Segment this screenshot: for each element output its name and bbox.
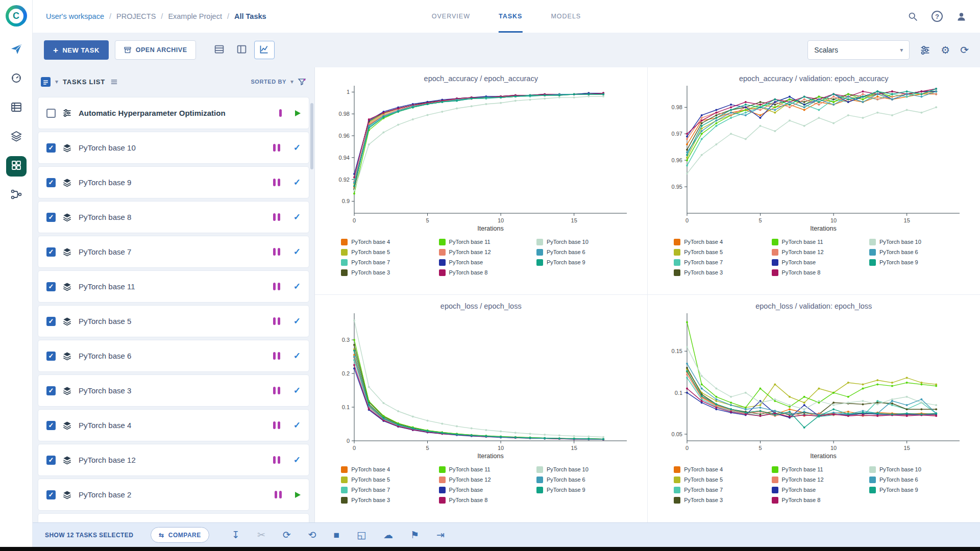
legend-item[interactable]: PyTorch base 9 [536,485,621,495]
breadcrumb-item[interactable]: Example Project [168,12,222,20]
task-name[interactable]: Automatic Hyperparameter Optimization [79,109,226,117]
task-row[interactable]: ✓ PyTorch base 11 ✓ [38,270,309,303]
task-checkbox[interactable]: ✓ [46,421,56,430]
legend-item[interactable]: PyTorch base 4 [674,464,758,474]
task-name[interactable]: PyTorch base 6 [79,352,131,360]
scalar-plot[interactable]: 0.050.10.15051015Iterations [660,311,967,460]
task-checkbox[interactable]: ✓ [46,490,56,499]
task-row[interactable]: ✓ PyTorch base 8 ✓ [38,201,309,233]
tab-tasks[interactable]: TASKS [499,0,522,33]
legend-item[interactable]: PyTorch base 12 [772,474,856,485]
avatar[interactable] [956,11,967,22]
scalar-plot[interactable]: 00.10.20.3051015Iterations [328,311,634,460]
task-checkbox[interactable]: ✓ [46,456,56,465]
legend-item[interactable]: PyTorch base 11 [439,464,523,474]
task-checkbox[interactable]: ✓ [46,143,56,153]
task-name[interactable]: PyTorch base 2 [79,490,131,499]
task-row[interactable]: ✓ PyTorch base 12 ✓ [38,444,309,476]
column-settings-icon[interactable] [110,78,118,86]
task-name[interactable]: PyTorch base 7 [79,247,131,256]
scrollbar[interactable] [310,103,313,169]
new-task-button[interactable]: + NEW TASK [44,40,109,60]
legend-item[interactable]: PyTorch base 3 [341,267,425,278]
legend-item[interactable]: PyTorch base 11 [772,237,856,247]
view-split-button[interactable] [232,41,252,59]
task-name[interactable]: PyTorch base 9 [79,178,131,187]
legend-item[interactable]: PyTorch base 11 [439,237,523,247]
task-row[interactable]: ✓ PyTorch base 10 ✓ [38,132,309,164]
legend-item[interactable]: PyTorch base 7 [341,257,425,267]
legend-item[interactable]: PyTorch base 7 [674,257,758,267]
legend-item[interactable]: PyTorch base 4 [674,237,758,247]
publish-icon[interactable]: ☁ [383,529,393,541]
legend-item[interactable]: PyTorch base 6 [869,247,953,257]
view-scalars-button[interactable] [254,41,275,59]
task-name[interactable]: PyTorch base 12 [79,456,136,464]
legend-item[interactable]: PyTorch base 10 [536,464,621,474]
legend-item[interactable]: PyTorch base [772,257,856,267]
legend-item[interactable]: PyTorch base 8 [772,495,856,505]
task-row[interactable]: ✓ PyTorch base 7 ✓ [38,236,309,268]
search-icon[interactable] [908,11,918,22]
legend-item[interactable]: PyTorch base 10 [536,237,621,247]
settings-gear-icon[interactable]: ⚙ [941,44,950,56]
archive-icon[interactable]: ↧ [232,529,240,541]
tune-icon[interactable] [920,45,930,56]
sidebar-item-datasets[interactable] [6,127,27,147]
sorted-by-chevron-icon[interactable]: ▾ [290,78,293,85]
select-all-checkbox[interactable] [41,77,51,87]
legend-item[interactable]: PyTorch base 3 [674,267,758,278]
compare-button[interactable]: ⇆ COMPARE [151,527,209,543]
task-name[interactable]: PyTorch base 4 [79,421,131,430]
sorted-by-button[interactable]: SORTED BY [251,79,286,85]
task-row[interactable]: ✓ PyTorch base 9 ✓ [38,166,309,198]
task-name[interactable]: PyTorch base 8 [79,213,131,221]
legend-item[interactable]: PyTorch base 8 [439,495,523,505]
sidebar-item-pipelines[interactable] [6,185,27,206]
task-checkbox[interactable] [46,109,56,118]
legend-item[interactable]: PyTorch base 6 [536,247,621,257]
reset-icon[interactable]: ⟳ [283,529,291,541]
tab-models[interactable]: MODELS [551,0,581,33]
legend-item[interactable]: PyTorch base 12 [772,247,856,257]
breadcrumb-item[interactable]: PROJECTS [116,12,156,20]
scalar-plot[interactable]: 0.90.920.940.960.981051015Iterations [328,84,634,233]
legend-item[interactable]: PyTorch base 9 [536,257,621,267]
breadcrumb-item[interactable]: All Tasks [234,12,266,20]
task-row[interactable]: ✓ PyTorch base 6 ✓ [38,340,309,372]
abort-icon[interactable]: ■ [333,530,339,541]
task-name[interactable]: PyTorch base 3 [79,386,131,395]
task-checkbox[interactable]: ✓ [46,213,56,222]
legend-item[interactable]: PyTorch base 12 [439,474,523,485]
legend-item[interactable]: PyTorch base 3 [341,495,425,505]
legend-item[interactable]: PyTorch base 8 [439,267,523,278]
select-all-chevron-icon[interactable]: ▾ [55,78,58,85]
legend-item[interactable]: PyTorch base 5 [341,247,425,257]
help-icon[interactable]: ? [932,11,943,22]
task-checkbox[interactable]: ✓ [46,352,56,361]
sidebar-item-workers[interactable] [6,69,27,89]
metric-dropdown[interactable]: Scalars ▾ [807,40,910,60]
view-table-button[interactable] [209,41,230,59]
legend-item[interactable]: PyTorch base 10 [869,464,953,474]
scalar-plot[interactable]: 0.950.960.970.98051015Iterations [660,84,967,233]
task-row[interactable]: ✓ PyTorch base 4 ✓ [38,409,309,441]
task-name[interactable]: PyTorch base 5 [79,317,131,325]
legend-item[interactable]: PyTorch base 6 [536,474,621,485]
legend-item[interactable]: PyTorch base 4 [341,237,425,247]
task-row[interactable]: ✓ PyTorch base 2 [38,479,309,511]
legend-item[interactable]: PyTorch base 7 [674,485,758,495]
task-checkbox[interactable]: ✓ [46,386,56,395]
legend-item[interactable]: PyTorch base 12 [439,247,523,257]
screenshot-icon[interactable]: ◱ [357,529,366,541]
restore-icon[interactable]: ⟲ [308,529,316,541]
legend-item[interactable]: PyTorch base 9 [869,485,953,495]
legend-item[interactable]: PyTorch base 9 [869,257,953,267]
move-to-icon[interactable]: ⇥ [436,529,445,541]
legend-item[interactable]: PyTorch base 8 [772,267,856,278]
task-checkbox[interactable]: ✓ [46,317,56,326]
task-name[interactable]: PyTorch base 11 [79,282,135,291]
task-row[interactable]: Automatic Hyperparameter Optimization [38,97,309,129]
legend-item[interactable]: PyTorch base 5 [674,474,758,485]
auto-refresh-icon[interactable]: ⟳ [960,44,969,56]
